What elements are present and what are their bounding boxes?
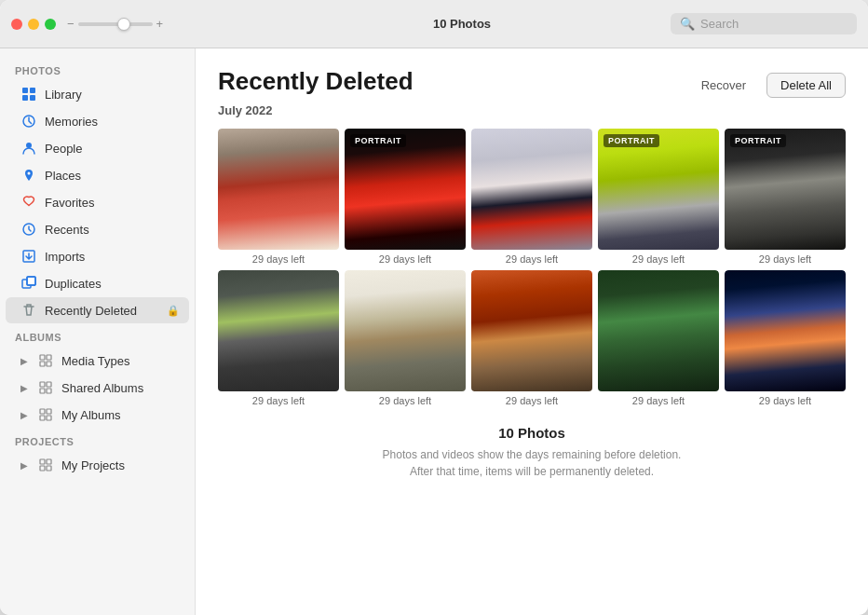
page-title: Recently Deleted [218,67,414,96]
svg-rect-24 [40,459,45,464]
svg-rect-23 [47,416,51,420]
sidebar-item-favorites[interactable]: Favorites [6,189,189,215]
photo-count: 10 Photos [433,17,491,31]
expand-arrow-shared-albums: ▶ [20,383,28,393]
sidebar-section-label-albums: Albums [0,324,195,347]
sidebar-item-media-types[interactable]: ▶ Media Types [6,348,189,374]
recover-button[interactable]: Recover [688,74,759,97]
svg-rect-27 [47,466,51,471]
svg-rect-16 [40,382,45,387]
sidebar-section-label-projects: Projects [0,429,195,451]
svg-rect-15 [47,362,51,366]
photo-item-10[interactable]: 29 days left [725,270,846,406]
sidebar-item-label-people: People [45,142,180,156]
svg-rect-25 [47,459,51,464]
footer-desc-line2: After that time, items will be permanent… [218,463,846,480]
expand-arrow-media-types: ▶ [20,356,28,366]
my-albums-icon [37,406,54,423]
recently-deleted-icon [20,302,37,319]
photo-item-8[interactable]: 29 days left [471,270,592,406]
date-group-label: July 2022 [218,103,846,117]
portrait-badge-4: PORTRAIT [604,134,659,147]
sidebar-item-duplicates[interactable]: Duplicates [6,270,189,296]
sidebar-item-my-albums[interactable]: ▶ My Albums [6,402,189,428]
svg-rect-3 [30,95,35,101]
content-area: Recently Deleted Recover Delete All July… [196,48,868,615]
sidebar-section-photos: Photos Library Memories [0,58,195,323]
days-left-10: 29 days left [725,395,846,406]
maximize-button[interactable] [45,19,56,30]
photo-item-7[interactable]: 29 days left [345,270,466,406]
svg-rect-19 [47,389,51,393]
footer-count: 10 Photos [218,425,846,441]
svg-rect-12 [40,355,45,360]
duplicates-icon [20,275,37,292]
svg-rect-0 [22,88,28,93]
sidebar-item-label-media-types: Media Types [61,354,180,368]
sidebar-item-library[interactable]: Library [6,81,189,107]
places-icon [20,167,37,184]
days-left-7: 29 days left [345,395,466,406]
days-left-9: 29 days left [598,395,719,406]
sidebar-item-label-places: Places [45,169,180,183]
favorites-icon [20,194,37,211]
svg-rect-13 [47,355,51,360]
sidebar-item-label-duplicates: Duplicates [45,277,180,291]
svg-rect-21 [47,409,51,414]
sidebar-item-memories[interactable]: Memories [6,108,189,134]
footer-desc-line1: Photos and videos show the days remainin… [218,446,846,463]
photo-item-4[interactable]: PORTRAIT29 days left [598,129,719,265]
header-buttons: Recover Delete All [688,73,846,98]
sidebar-section-label-photos: Photos [0,58,195,80]
imports-icon [20,248,37,265]
search-icon: 🔍 [680,17,695,31]
sidebar-item-label-memories: Memories [45,115,180,129]
photo-item-9[interactable]: 29 days left [598,270,719,406]
portrait-badge-2: PORTRAIT [350,134,406,147]
sidebar-item-places[interactable]: Places [6,162,189,188]
recents-icon [20,221,37,238]
close-button[interactable] [11,19,22,30]
photo-item-6[interactable]: 29 days left [218,270,339,406]
sidebar-section-albums: Albums ▶ Media Types ▶ Shared Albums [0,324,195,428]
sidebar-item-people[interactable]: People [6,135,189,161]
sidebar-item-imports[interactable]: Imports [6,243,189,269]
photo-item-3[interactable]: 29 days left [471,129,592,265]
sidebar-item-label-recently-deleted: Recently Deleted [45,304,159,318]
svg-rect-14 [40,362,45,366]
sidebar-item-label-shared-albums: Shared Albums [61,381,180,395]
days-left-4: 29 days left [598,253,719,265]
titlebar: − + 10 Photos 🔍 Search [0,0,868,48]
zoom-slider[interactable] [78,22,153,26]
days-left-1: 29 days left [218,253,339,265]
days-left-3: 29 days left [471,253,592,265]
svg-rect-26 [40,466,45,471]
titlebar-center: − + 10 Photos 🔍 Search [67,17,857,31]
photo-item-2[interactable]: PORTRAIT29 days left [345,129,466,265]
days-left-5: 29 days left [725,253,846,265]
svg-point-6 [28,172,31,175]
expand-arrow-my-projects: ▶ [20,460,28,471]
photo-item-5[interactable]: PORTRAIT29 days left [725,129,846,265]
minimize-button[interactable] [28,19,39,30]
portrait-badge-5: PORTRAIT [730,134,786,147]
search-placeholder: Search [700,17,739,31]
zoom-out-icon[interactable]: − [67,17,75,31]
sidebar-item-my-projects[interactable]: ▶ My Projects [6,452,189,478]
delete-all-button[interactable]: Delete All [766,73,846,98]
app-window: − + 10 Photos 🔍 Search Photos [0,0,868,615]
sidebar-item-label-recents: Recents [45,223,180,237]
svg-rect-1 [30,88,35,93]
sidebar-item-label-imports: Imports [45,250,180,264]
lock-icon: 🔒 [167,305,180,317]
search-bar[interactable]: 🔍 Search [671,13,857,34]
photo-item-1[interactable]: 29 days left [218,129,339,265]
my-projects-icon [37,457,54,473]
sidebar-item-recently-deleted[interactable]: Recently Deleted 🔒 [6,297,189,323]
days-left-6: 29 days left [218,395,339,406]
sidebar-item-recents[interactable]: Recents [6,216,189,242]
sidebar-item-shared-albums[interactable]: ▶ Shared Albums [6,375,189,401]
zoom-in-icon[interactable]: + [156,17,164,31]
sidebar-item-label-my-albums: My Albums [61,408,180,422]
sidebar-item-label-my-projects: My Projects [61,458,180,472]
